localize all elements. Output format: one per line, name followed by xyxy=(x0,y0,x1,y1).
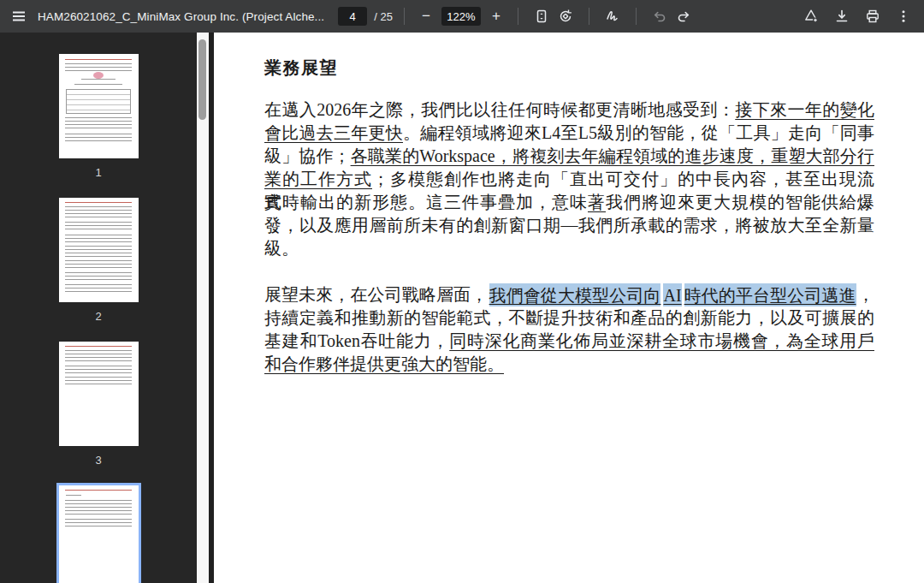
thumbnail-page-number: 3 xyxy=(59,454,139,467)
thumbnail-page-number: 1 xyxy=(59,166,139,179)
text-segment: 基建和Token吞吐能力， xyxy=(264,331,449,350)
pdf-viewer-app: HAM26021062_C_MiniMax Group Inc. (Projec… xyxy=(0,0,924,583)
text-segment: 展望未來，在公司戰略層面， xyxy=(264,285,488,304)
pdf-page-view[interactable]: 業務展望 在邁入2026年之際，我們比以往任何時候都更清晰地感受到：接下來一年的… xyxy=(214,33,924,583)
thumbnail-decoration xyxy=(74,84,122,86)
text-segment: 業的工作方式 xyxy=(264,170,372,188)
thumbnail-decoration xyxy=(66,495,81,497)
thumbnail-page-number: 2 xyxy=(59,310,139,323)
page-total-label: / 25 xyxy=(374,10,393,23)
drive-add-icon[interactable] xyxy=(799,4,823,28)
highlighted-text: 時代的平台型公司邁進 xyxy=(684,283,856,306)
zoom-level-field[interactable]: 122% xyxy=(441,7,481,26)
text-segment: 和合作夥伴提供更強大的智能。 xyxy=(264,354,504,373)
thumbnail-decoration xyxy=(65,350,132,364)
text-segment: 級」協作； xyxy=(264,146,351,165)
thumbnail-decoration xyxy=(65,500,132,515)
page-thumbnail-1[interactable] xyxy=(59,54,139,158)
toolbar-right-actions xyxy=(799,4,915,28)
text-segment: ， xyxy=(857,285,874,304)
text-segment: 發，以及應用層前所未有的創新窗口期—我們所承載的需求，將被放大至全新量 xyxy=(264,216,874,235)
toolbar-divider xyxy=(636,8,637,25)
text-line: 實時輸出的新形態。這三件事疊加，意味著我們將迎來更大規模的智能供給爆 xyxy=(264,191,874,214)
text-segment: 持續定義和推動新的智能範式，不斷提升技術和產品的創新能力，以及可擴展的 xyxy=(264,308,874,327)
highlighted-text: AI xyxy=(663,283,681,306)
highlighted-text: 我們會從大模型公司向 xyxy=(489,283,661,306)
undo-icon[interactable] xyxy=(648,4,672,28)
page-thumbnail-2[interactable] xyxy=(59,198,139,302)
text-line: 和合作夥伴提供更強大的智能。 xyxy=(264,353,874,376)
text-line: 業的工作方式；多模態創作也將走向「直出可交付」的中長內容，甚至出現流式、 xyxy=(264,168,874,191)
rotate-icon[interactable] xyxy=(554,4,578,28)
thumbnail-decoration xyxy=(93,72,104,79)
paragraph: 展望未來，在公司戰略層面，我們會從大模型公司向AI時代的平台型公司邁進，持續定義… xyxy=(264,283,874,376)
zoom-out-button[interactable]: − xyxy=(416,6,436,27)
menu-icon[interactable] xyxy=(7,4,31,28)
thumbnail-decoration xyxy=(65,59,132,60)
text-segment: 著 xyxy=(588,193,606,211)
text-line: 發，以及應用層前所未有的創新窗口期—我們所承載的需求，將被放大至全新量 xyxy=(264,214,874,237)
redo-icon[interactable] xyxy=(672,4,696,28)
toolbar-divider xyxy=(589,8,589,25)
thumbnail-decoration xyxy=(65,260,132,270)
text-line: 在邁入2026年之際，我們比以往任何時候都更清晰地感受到：接下來一年的變化 xyxy=(264,98,874,122)
text-segment: 同時深化商業化佈局並深耕全球市場機會，為全球用戶 xyxy=(449,331,874,350)
thumbnail-decoration xyxy=(65,202,132,203)
text-line: 級」協作；各職業的Workspace，將複刻去年編程領域的進步速度，重塑大部分行 xyxy=(264,145,874,168)
thumbnail-decoration xyxy=(65,246,132,259)
text-line: 持續定義和推動新的智能範式，不斷提升技術和產品的創新能力，以及可擴展的 xyxy=(264,306,874,330)
thumbnail-item: 3 xyxy=(59,342,139,467)
zoom-in-button[interactable]: + xyxy=(486,6,506,27)
thumbnail-decoration xyxy=(81,79,116,80)
text-line: 基建和Token吞吐能力，同時深化商業化佈局並深耕全球市場機會，為全球用戶 xyxy=(264,330,874,353)
thumbnail-decoration xyxy=(65,284,132,294)
scrollbar-thumb[interactable] xyxy=(198,39,206,120)
section-heading: 業務展望 xyxy=(264,57,874,80)
thumbnail-item: 4 xyxy=(59,485,139,583)
text-line: 會比過去三年更快。編程領域將迎來L4至L5級別的智能，從「工具」走向「同事 xyxy=(264,122,874,145)
text-segment: 各職業的Workspace，將複刻去年編程領域的進步速度，重塑大部分行 xyxy=(351,146,874,165)
thumbnail-decoration xyxy=(65,490,132,491)
thumbnail-decoration xyxy=(65,222,132,232)
fit-page-icon[interactable] xyxy=(530,4,554,28)
page-navigation: 4 / 25 xyxy=(338,7,393,26)
text-segment: 實時輸出的新形態。這三件事疊加，意味 xyxy=(264,193,588,211)
page-thumbnail-3[interactable] xyxy=(59,342,139,446)
thumbnail-decoration xyxy=(65,206,132,220)
text-segment: 會比過去三年更快 xyxy=(264,123,403,142)
text-segment: 。編程領域將迎來L4至L5級別的智能，從「工具」走向「同事 xyxy=(403,123,874,142)
thumbnail-decoration xyxy=(65,235,132,244)
toolbar-divider xyxy=(404,8,405,25)
page-number-input[interactable]: 4 xyxy=(338,7,367,26)
paragraph: 在邁入2026年之際，我們比以往任何時候都更清晰地感受到：接下來一年的變化會比過… xyxy=(264,98,874,260)
thumbnail-decoration xyxy=(65,134,132,143)
sidebar-scrollbar[interactable] xyxy=(197,33,209,583)
thumbnail-decoration xyxy=(65,63,132,71)
text-line: 級。 xyxy=(264,237,874,260)
text-line: 展望未來，在公司戰略層面，我們會從大模型公司向AI時代的平台型公司邁進， xyxy=(264,283,874,306)
more-vertical-icon[interactable] xyxy=(891,4,915,28)
pdf-toolbar: HAM26021062_C_MiniMax Group Inc. (Projec… xyxy=(0,0,924,33)
print-icon[interactable] xyxy=(861,4,885,28)
annotate-icon[interactable] xyxy=(601,4,625,28)
document-title: HAM26021062_C_MiniMax Group Inc. (Projec… xyxy=(38,10,324,23)
pdf-page: 業務展望 在邁入2026年之際，我們比以往任何時候都更清晰地感受到：接下來一年的… xyxy=(214,33,874,376)
thumbnail-decoration xyxy=(65,366,132,375)
thumbnail-decoration xyxy=(65,519,132,529)
thumbnail-decoration xyxy=(65,377,132,384)
thumbnail-decoration xyxy=(65,272,132,283)
text-segment: 我們將迎來更大規模的智能供給爆 xyxy=(606,193,874,211)
text-segment: 級。 xyxy=(264,239,299,258)
text-segment: 在邁入2026年之際，我們比以往任何時候都更清晰地感受到： xyxy=(264,100,735,119)
toolbar-divider xyxy=(518,8,518,25)
thumbnail-item: 2 xyxy=(59,198,139,323)
thumbnail-decoration xyxy=(66,89,131,113)
page-thumbnail-4[interactable] xyxy=(59,485,139,583)
thumbnail-decoration xyxy=(65,346,132,347)
thumbnail-item: 1 xyxy=(59,33,139,179)
thumbnail-sidebar: 1234 xyxy=(0,33,197,583)
download-icon[interactable] xyxy=(830,4,854,28)
thumbnail-decoration xyxy=(65,117,132,131)
text-segment: 接下來一年的變化 xyxy=(735,100,874,119)
